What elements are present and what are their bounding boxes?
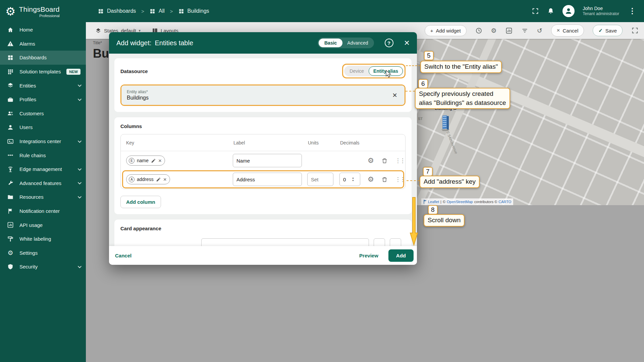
- sidebar-item-resources[interactable]: Resources: [0, 190, 86, 204]
- filters-icon[interactable]: [521, 27, 528, 34]
- breadcrumb-grid-icon: [178, 8, 184, 14]
- chevron-down-icon: [78, 167, 82, 171]
- chevron-down-icon: [78, 83, 82, 87]
- annotation-connector: [406, 65, 420, 66]
- sidebar-item-advanced-features[interactable]: Advanced features: [0, 176, 86, 190]
- key-chip-address[interactable]: A address ×: [126, 174, 170, 184]
- remove-key-icon[interactable]: ×: [158, 158, 162, 163]
- time-window-icon[interactable]: [475, 27, 482, 34]
- dashboard-settings-gear-icon[interactable]: ⚙: [491, 27, 497, 34]
- dialog-title: Entities table: [155, 39, 194, 47]
- sidebar-item-entities[interactable]: Entities: [0, 78, 86, 93]
- entity-aliases-icon[interactable]: [505, 27, 513, 34]
- plus-icon: +: [430, 28, 433, 34]
- sidebar-item-security[interactable]: Security: [0, 260, 86, 274]
- add-column-button[interactable]: Add column: [120, 196, 161, 208]
- sidebar-item-alarms[interactable]: Alarms: [0, 37, 86, 51]
- edge-antenna-icon: [7, 166, 14, 173]
- delete-column-trash-icon[interactable]: [381, 158, 388, 164]
- mode-advanced-button[interactable]: Advanced: [342, 39, 373, 47]
- datasource-section-title: Datasource: [120, 68, 148, 74]
- columns-section-title: Columns: [120, 123, 142, 129]
- sidebar-item-white-labeling[interactable]: White labeling: [0, 232, 86, 246]
- api-usage-icon: [7, 221, 14, 229]
- chevron-down-icon: [78, 139, 82, 142]
- leaflet-link[interactable]: Leaflet: [428, 200, 439, 204]
- user-role: Tenant administrator: [583, 11, 619, 16]
- key-chip-name[interactable]: E name ×: [126, 156, 165, 166]
- column-units-input[interactable]: [307, 173, 333, 186]
- sidebar-nav: Home Alarms Dashboards Solution template…: [0, 23, 86, 274]
- sidebar-item-notification-center[interactable]: Notification center: [0, 204, 86, 218]
- dialog-cancel-button[interactable]: Cancel: [115, 253, 131, 258]
- sidebar-item-edge-management[interactable]: Edge management: [0, 162, 86, 176]
- datasource-type-device[interactable]: Device: [345, 66, 369, 76]
- add-button[interactable]: Add: [388, 249, 414, 262]
- home-icon: [7, 26, 14, 34]
- notifications-bell-icon[interactable]: [547, 7, 554, 15]
- add-widget-dialog: Add widget: Entities table Basic Advance…: [109, 32, 417, 265]
- sidebar-item-rule-chains[interactable]: Rule chains: [0, 148, 86, 162]
- user-name: John Doe: [583, 6, 619, 12]
- app-logo[interactable]: ⚙ ThingsBoard Professional: [0, 0, 86, 22]
- sidebar-item-dashboards[interactable]: Dashboards: [0, 51, 86, 65]
- datasource-type-toggle: Device Entity alias: [344, 66, 404, 76]
- sidebar-item-integrations-center[interactable]: Integrations center: [0, 134, 86, 148]
- spinner-down-icon[interactable]: ▼: [352, 179, 354, 182]
- breadcrumb-grid-icon: [98, 8, 104, 14]
- preview-button[interactable]: Preview: [359, 253, 378, 258]
- help-icon[interactable]: ?: [385, 39, 393, 47]
- drag-handle-icon[interactable]: ⋮⋮: [395, 157, 407, 164]
- column-settings-gear-icon[interactable]: ⚙: [368, 175, 374, 183]
- annotation-7-number: 7: [423, 167, 433, 176]
- clear-alias-icon[interactable]: ×: [390, 90, 399, 100]
- breadcrumb-buildings[interactable]: Buildings: [178, 8, 209, 14]
- spinner-up-icon[interactable]: ▲: [352, 177, 354, 179]
- entity-alias-field[interactable]: Entity alias* ×: [121, 85, 405, 105]
- column-settings-gear-icon[interactable]: ⚙: [368, 157, 374, 165]
- add-widget-button[interactable]: + Add widget: [425, 25, 467, 36]
- cancel-edit-button[interactable]: × Cancel: [551, 24, 584, 37]
- breadcrumb-all[interactable]: All: [150, 8, 165, 14]
- kebab-menu-icon[interactable]: ⋮: [627, 7, 637, 15]
- mode-basic-button[interactable]: Basic: [319, 39, 342, 47]
- key-type-icon: A: [129, 177, 135, 182]
- sidebar-item-solution-templates[interactable]: Solution templates NEW: [0, 65, 86, 79]
- column-label-input[interactable]: [233, 173, 302, 186]
- column-label-input[interactable]: [233, 154, 302, 167]
- delete-column-trash-icon[interactable]: [381, 176, 388, 183]
- column-decimals-stepper[interactable]: ▲ ▼: [339, 173, 360, 186]
- annotation-6-callout: Specify previously created alias "Buildi…: [415, 88, 510, 109]
- remove-key-icon[interactable]: ×: [163, 177, 167, 182]
- drag-handle-icon[interactable]: ⋮⋮: [395, 176, 407, 183]
- decimals-input[interactable]: [342, 176, 352, 183]
- sidebar-item-users[interactable]: Users: [0, 120, 86, 134]
- annotation-7-callout: Add "address" key: [420, 176, 480, 188]
- settings-gear-icon: ⚙: [7, 249, 14, 256]
- entity-alias-label: Entity alias*: [127, 89, 390, 94]
- solution-templates-icon: [7, 68, 14, 75]
- toolbar-fullscreen-icon[interactable]: [631, 27, 639, 34]
- fullscreen-icon[interactable]: [532, 7, 539, 15]
- sidebar-item-profiles[interactable]: Profiles: [0, 93, 86, 107]
- avatar[interactable]: [562, 5, 575, 17]
- version-history-icon[interactable]: ↺: [537, 27, 542, 34]
- chevron-down-icon: [78, 97, 82, 101]
- breadcrumb-dashboards[interactable]: Dashboards: [98, 8, 136, 14]
- white-labeling-paint-icon: [7, 235, 14, 243]
- sidebar-item-customers[interactable]: Customers: [0, 107, 86, 121]
- osm-link[interactable]: OpenStreetMap: [447, 200, 473, 204]
- dialog-close-icon[interactable]: ×: [404, 39, 410, 47]
- columns-table: Key Label Units Decimals E name ×: [120, 134, 406, 189]
- edit-key-icon[interactable]: [156, 177, 161, 182]
- highlight-ring-entity-alias: Entity alias* ×: [120, 84, 406, 106]
- carto-link[interactable]: CARTO: [498, 200, 511, 204]
- sidebar-item-home[interactable]: Home: [0, 23, 86, 37]
- edit-key-icon[interactable]: [151, 158, 156, 163]
- breadcrumb-separator: >: [141, 8, 144, 14]
- entity-alias-input[interactable]: [127, 95, 390, 101]
- save-dashboard-button[interactable]: ✓ Save: [593, 25, 623, 36]
- integrations-icon: [7, 138, 14, 145]
- sidebar-item-api-usage[interactable]: API usage: [0, 218, 86, 232]
- sidebar-item-settings[interactable]: ⚙ Settings: [0, 246, 86, 260]
